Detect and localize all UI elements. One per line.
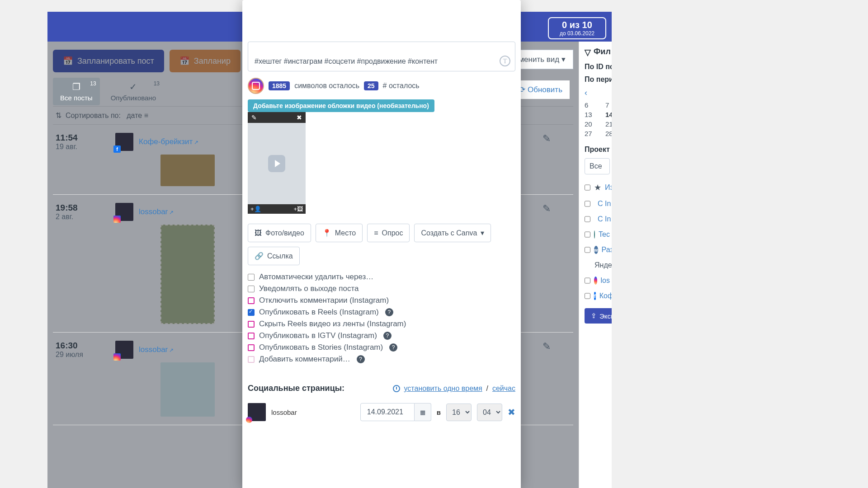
tab-published[interactable]: 13 ✓ Опубликовано [104, 78, 163, 105]
option-notify[interactable]: Уведомлять о выходе поста [248, 284, 515, 293]
text-format-icon[interactable]: T [500, 56, 510, 66]
list-item[interactable]: С In [585, 200, 610, 208]
list-icon: ≡ [374, 229, 378, 237]
check-circle-icon: ✓ [129, 81, 137, 92]
post-title-link[interactable]: lossobar↗ [139, 345, 174, 354]
option-add-comment[interactable]: Добавить комментарий…? [248, 355, 515, 364]
filter-icon: ▽ [585, 47, 591, 57]
add-photo-button[interactable]: 🖼Фото/видео [248, 224, 311, 242]
remove-media-icon[interactable]: ✖ [293, 112, 306, 123]
help-icon[interactable]: ? [389, 343, 397, 352]
project-list: ★Из С In С In Tec wРаз Яндек los fКоф [585, 183, 610, 300]
now-link[interactable]: сейчас [492, 385, 515, 392]
option-publish-igtv[interactable]: Опубликовать в IGTV (Instagram)? [248, 331, 515, 340]
pin-icon: 📍 [322, 229, 331, 237]
media-thumbnail: ✎ ✖ +👤 +🖼 [248, 112, 306, 214]
instagram-icon [113, 353, 121, 361]
minute-select[interactable]: 04 [477, 404, 502, 421]
viewport: 0 из 10 до 03.06.2022 📅 Запланировать по… [0, 0, 868, 488]
list-item[interactable]: С In [585, 215, 610, 223]
set-one-time-link[interactable]: установить одно время [404, 385, 482, 392]
star-icon: ★ [594, 183, 601, 192]
filter-by-period[interactable]: По перио [585, 75, 610, 84]
add-poll-button[interactable]: ≡Опрос [367, 224, 410, 242]
remove-account-icon[interactable]: ✖ [508, 407, 515, 418]
instagram-icon [113, 216, 121, 223]
help-icon[interactable]: ? [385, 308, 393, 316]
status-dot-icon [594, 230, 595, 239]
edit-media-icon[interactable]: ✎ [248, 112, 260, 123]
attach-toolbar: 🖼Фото/видео 📍Место ≡Опрос Создать с Canv… [248, 224, 515, 265]
add-place-button[interactable]: 📍Место [316, 224, 363, 242]
instagram-icon [246, 417, 252, 423]
list-item-sub: Яндек [594, 261, 610, 269]
options-list: Автоматически удалить через… Уведомлять … [248, 272, 515, 364]
hashtags-left-badge: 25 [364, 81, 378, 90]
option-publish-reels[interactable]: Опубликовать в Reels (Instagram)? [248, 308, 515, 317]
cover-hint-button[interactable]: Добавьте изображение обложки видео (необ… [248, 99, 434, 112]
post-thumbnail [160, 362, 215, 417]
account-avatar [115, 341, 133, 359]
play-icon [268, 155, 285, 172]
video-preview[interactable] [248, 123, 306, 204]
chars-left-badge: 1885 [269, 81, 290, 90]
schedule-row: lossobar ▦ в 16 04 ✖ [248, 403, 515, 421]
instagram-icon [248, 78, 264, 94]
clock-icon [393, 385, 400, 392]
facebook-icon: f [594, 292, 596, 300]
chevron-down-icon: ▾ [481, 229, 484, 237]
tag-person-icon[interactable]: +👤 [248, 204, 264, 214]
option-publish-stories[interactable]: Опубликовать в Stories (Instagram)? [248, 343, 515, 352]
external-icon: ↗ [194, 139, 198, 145]
list-item[interactable]: ★Из [585, 183, 610, 192]
account-avatar [248, 403, 266, 421]
link-icon: 🔗 [255, 252, 264, 260]
date-input[interactable] [360, 403, 415, 421]
external-icon: ↗ [169, 209, 174, 216]
filter-by-id[interactable]: По ID пос [585, 63, 610, 71]
list-item[interactable]: fКоф [585, 292, 610, 300]
facebook-icon: f [113, 145, 121, 153]
mini-calendar[interactable]: 67 1314 2021 2728 [585, 101, 610, 137]
account-avatar: f [115, 133, 133, 151]
list-item[interactable]: Tec [585, 230, 610, 239]
option-disable-comments[interactable]: Отключить комментарии (Instagram) [248, 296, 515, 305]
list-item[interactable]: los [585, 277, 610, 285]
vk-icon: w [594, 246, 598, 254]
project-select[interactable]: Все [585, 158, 610, 174]
hour-select[interactable]: 16 [446, 404, 472, 421]
sidebar: ▽Фил По ID пос По перио ‹ 67 1314 2021 2… [579, 42, 612, 488]
instagram-icon [594, 277, 597, 285]
image-icon: 🖼 [255, 229, 262, 237]
edit-icon[interactable]: ✎ [542, 203, 551, 215]
external-icon: ↗ [169, 347, 174, 353]
export-icon: ⇪ [591, 312, 597, 320]
post-thumbnail [160, 155, 215, 186]
tag-photo-icon[interactable]: +🖼 [291, 204, 306, 214]
list-item[interactable]: wРаз [585, 246, 610, 254]
option-hide-reels[interactable]: Скрыть Reels видео из ленты (Instagram) [248, 319, 515, 328]
calendar-icon: ▦ [420, 409, 425, 416]
prev-month-button[interactable]: ‹ [585, 88, 610, 98]
post-text-editor[interactable]: #хештег #инстаграм #соцсети #продвижение… [248, 42, 515, 71]
tab-all-posts[interactable]: 13 ❐ Все посты [53, 78, 100, 105]
post-title-link[interactable]: Кофе-брейкзит↗ [139, 137, 198, 146]
edit-icon[interactable]: ✎ [542, 341, 551, 352]
project-label: Проект [585, 145, 610, 154]
account-name: lossobar [271, 408, 355, 416]
filter-heading: ▽Фил [585, 47, 610, 57]
export-button[interactable]: ⇪Экспо [585, 308, 612, 324]
post-title-link[interactable]: lossobar↗ [139, 207, 174, 216]
time-shortcuts: установить одно время / сейчас [393, 385, 515, 393]
option-autodelete[interactable]: Автоматически удалить через… [248, 272, 515, 282]
calendar-picker-button[interactable]: ▦ [415, 403, 431, 421]
help-icon[interactable]: ? [357, 355, 365, 363]
quota-num: 0 из 10 [560, 20, 594, 30]
edit-icon[interactable]: ✎ [542, 133, 551, 145]
create-canva-button[interactable]: Создать с Canva ▾ [414, 224, 491, 242]
add-link-button[interactable]: 🔗Ссылка [248, 247, 300, 265]
compose-modal: #хештег #инстаграм #соцсети #продвижение… [242, 0, 521, 488]
help-icon[interactable]: ? [383, 332, 392, 340]
post-thumbnail [160, 225, 215, 324]
copy-icon: ❐ [72, 81, 80, 92]
